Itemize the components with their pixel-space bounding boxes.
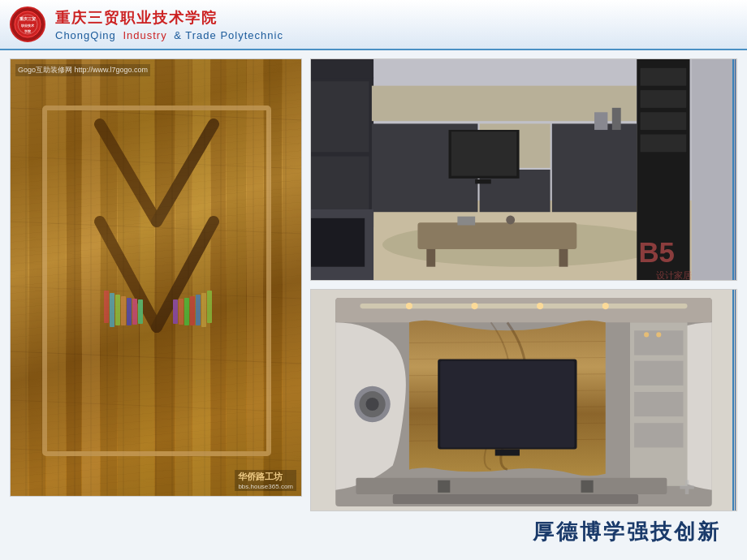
svg-rect-17 xyxy=(227,59,246,496)
svg-rect-110 xyxy=(581,480,594,493)
svg-rect-61 xyxy=(475,179,491,183)
slogan-text: 厚德博学强技创新 xyxy=(533,518,721,546)
svg-rect-108 xyxy=(393,494,638,504)
svg-rect-63 xyxy=(641,68,687,86)
svg-rect-70 xyxy=(559,249,568,267)
svg-rect-33 xyxy=(110,293,114,327)
logo-emblem: 重庆三贸 职业技术 学院 xyxy=(10,6,45,42)
svg-rect-96 xyxy=(495,449,520,455)
svg-rect-76 xyxy=(612,108,621,130)
svg-rect-109 xyxy=(438,480,450,493)
svg-rect-5 xyxy=(11,59,28,496)
svg-rect-67 xyxy=(692,59,736,280)
svg-rect-64 xyxy=(641,90,687,108)
svg-rect-107 xyxy=(356,478,667,494)
svg-text:职业技术: 职业技术 xyxy=(20,24,35,28)
svg-rect-104 xyxy=(634,423,683,447)
svg-point-85 xyxy=(537,303,543,309)
logo-english-name: ChongQing Industry & Trade Polytechnic xyxy=(55,29,283,41)
image-grid: Gogo互助装修网 http://www.l7gogo.com 华侨路工坊 bb… xyxy=(10,58,737,511)
svg-text:重庆三贸: 重庆三贸 xyxy=(19,16,36,21)
svg-rect-102 xyxy=(634,361,683,386)
svg-rect-39 xyxy=(173,299,178,324)
svg-rect-73 xyxy=(457,217,475,226)
svg-rect-45 xyxy=(207,291,212,323)
svg-rect-41 xyxy=(184,298,189,325)
watermark-bottom-left: 华侨路工坊 bbs.house365.com xyxy=(235,470,296,491)
svg-rect-51 xyxy=(311,81,369,152)
svg-rect-12 xyxy=(140,59,154,496)
svg-rect-35 xyxy=(121,296,126,325)
svg-rect-65 xyxy=(641,112,687,130)
logo-chinese-name: 重庆三贸职业技术学院 xyxy=(55,8,283,28)
svg-rect-53 xyxy=(311,59,374,79)
svg-rect-58 xyxy=(552,123,637,212)
watermark-brand: 华侨路工坊 xyxy=(238,471,293,483)
svg-rect-40 xyxy=(179,299,184,325)
right-image-column: B5 设计家居 xyxy=(310,58,737,511)
left-wood-wall-image: Gogo互助装修网 http://www.l7gogo.com 华侨路工坊 bb… xyxy=(10,58,302,497)
svg-rect-103 xyxy=(634,392,683,416)
right-top-living-room: B5 设计家居 xyxy=(310,58,737,281)
svg-point-106 xyxy=(656,332,661,337)
svg-point-83 xyxy=(406,303,412,309)
svg-rect-36 xyxy=(127,298,132,325)
svg-rect-68 xyxy=(417,222,576,249)
svg-rect-42 xyxy=(190,296,195,325)
svg-point-74 xyxy=(506,216,515,225)
svg-rect-18 xyxy=(247,59,263,496)
logo-text: 重庆三贸职业技术学院 ChongQing Industry & Trade Po… xyxy=(55,8,283,41)
right-bottom-entertainment-unit: ✚ xyxy=(310,289,737,511)
logo-english-suffix: & Trade Polytechnic xyxy=(174,29,283,41)
svg-rect-75 xyxy=(594,112,607,130)
svg-rect-7 xyxy=(46,59,66,496)
svg-rect-66 xyxy=(641,134,687,152)
header: 重庆三贸 职业技术 学院 重庆三贸职业技术学院 ChongQing Indust… xyxy=(0,0,747,50)
svg-point-86 xyxy=(602,303,609,309)
svg-rect-69 xyxy=(426,249,435,267)
svg-rect-95 xyxy=(440,361,574,448)
svg-rect-8 xyxy=(67,59,81,496)
main-content: Gogo互助装修网 http://www.l7gogo.com 华侨路工坊 bb… xyxy=(0,50,747,560)
watermark-top-left: Gogo互助装修网 http://www.l7gogo.com xyxy=(15,64,150,76)
svg-rect-81 xyxy=(335,298,712,322)
logo-english-industry: Industry xyxy=(123,29,166,41)
svg-rect-34 xyxy=(115,295,120,325)
svg-rect-43 xyxy=(196,295,201,325)
svg-rect-72 xyxy=(311,218,365,267)
svg-rect-37 xyxy=(132,299,137,325)
svg-rect-32 xyxy=(104,291,109,323)
svg-rect-60 xyxy=(451,131,517,175)
svg-text:设计家居: 设计家居 xyxy=(656,270,692,280)
svg-point-99 xyxy=(366,398,379,411)
watermark-url: bbs.house365.com xyxy=(238,483,293,490)
logo-english-prefix: ChongQing xyxy=(55,29,116,41)
svg-rect-38 xyxy=(138,299,143,324)
svg-text:学院: 学院 xyxy=(24,29,32,33)
svg-point-105 xyxy=(644,332,649,337)
svg-rect-13 xyxy=(155,59,175,496)
svg-rect-20 xyxy=(283,59,301,496)
svg-text:B5: B5 xyxy=(638,236,674,268)
svg-rect-44 xyxy=(201,293,206,327)
footer: 厚德博学强技创新 xyxy=(10,511,737,552)
svg-text:✚: ✚ xyxy=(679,476,695,498)
svg-point-84 xyxy=(472,303,478,309)
